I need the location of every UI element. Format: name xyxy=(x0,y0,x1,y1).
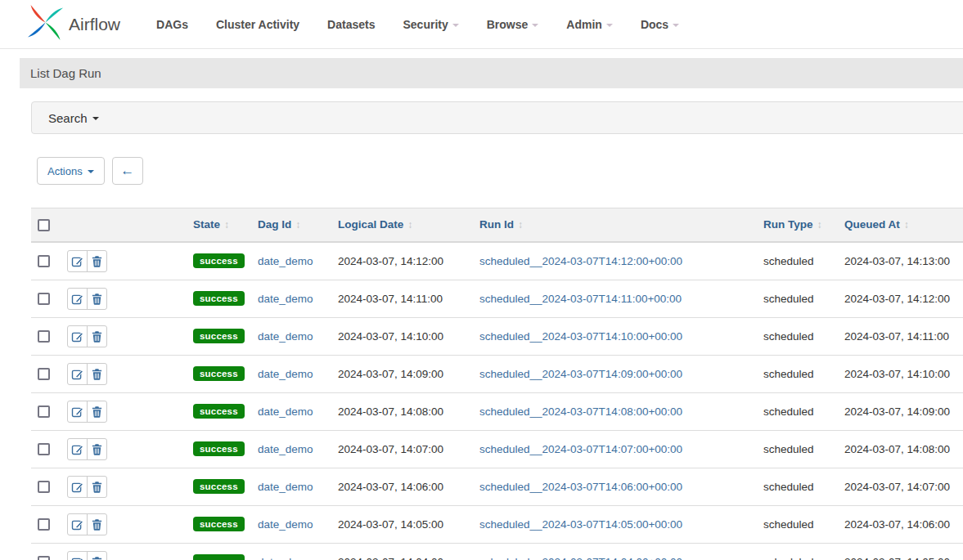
dag-id-link[interactable]: date_demo xyxy=(258,330,313,343)
dag-id-link[interactable]: date_demo xyxy=(258,481,313,493)
run-id-cell: scheduled__2024-03-07T14:08:00+00:00 xyxy=(473,392,757,430)
edit-record-button[interactable] xyxy=(68,477,87,497)
column-header-run-type[interactable]: Run Type↕ xyxy=(757,208,838,242)
nav-item-dags[interactable]: DAGs xyxy=(156,18,188,31)
sort-icon[interactable]: ↕ xyxy=(224,219,229,231)
dag-id-link[interactable]: date_demo xyxy=(258,443,313,455)
run-type-cell: scheduled xyxy=(757,317,838,355)
edit-record-button[interactable] xyxy=(68,552,87,560)
queued-at-cell: 2024-03-07, 14:13:00 xyxy=(838,242,963,280)
row-actions-cell xyxy=(61,505,187,543)
actions-dropdown-button[interactable]: Actions xyxy=(37,157,105,185)
dag-id-cell: date_demo xyxy=(251,242,331,280)
nav-item-security[interactable]: Security xyxy=(403,18,458,31)
run-id-link[interactable]: scheduled__2024-03-07T14:08:00+00:00 xyxy=(479,405,682,418)
edit-record-button[interactable] xyxy=(68,364,87,384)
run-id-link[interactable]: scheduled__2024-03-07T14:05:00+00:00 xyxy=(479,518,682,531)
dag-id-link[interactable]: date_demo xyxy=(258,405,313,418)
actions-column-header xyxy=(61,208,187,242)
search-panel-toggle[interactable]: Search xyxy=(31,101,963,134)
sort-icon[interactable]: ↕ xyxy=(518,219,523,231)
edit-record-button[interactable] xyxy=(68,514,87,535)
row-checkbox[interactable] xyxy=(38,330,50,343)
state-badge: success xyxy=(193,329,245,343)
dag-id-link[interactable]: date_demo xyxy=(258,293,313,305)
run-id-link[interactable]: scheduled__2024-03-07T14:06:00+00:00 xyxy=(479,481,682,493)
edit-pencil-icon xyxy=(71,330,83,343)
delete-record-button[interactable] xyxy=(87,364,106,384)
row-select-cell xyxy=(31,392,61,430)
airflow-brand[interactable]: Airflow xyxy=(27,4,120,44)
delete-record-button[interactable] xyxy=(87,477,106,497)
dag-id-link[interactable]: date_demo xyxy=(258,368,313,380)
sort-icon[interactable]: ↕ xyxy=(407,219,412,231)
dag-id-cell: date_demo xyxy=(251,355,331,392)
run-id-link[interactable]: scheduled__2024-03-07T14:10:00+00:00 xyxy=(479,330,682,343)
nav-item-docs[interactable]: Docs xyxy=(641,18,679,31)
dag-id-cell: date_demo xyxy=(251,543,331,560)
run-id-link[interactable]: scheduled__2024-03-07T14:04:00+00:00 xyxy=(479,556,682,560)
row-checkbox[interactable] xyxy=(38,443,50,455)
row-select-cell xyxy=(31,505,61,543)
edit-pencil-icon xyxy=(71,443,83,455)
select-all-checkbox[interactable] xyxy=(38,219,50,231)
logical-date-cell: 2024-03-07, 14:09:00 xyxy=(331,355,473,392)
table-row: success date_demo 2024-03-07, 14:11:00 s… xyxy=(31,280,963,317)
row-actions-cell xyxy=(61,280,187,317)
nav-item-admin[interactable]: Admin xyxy=(566,18,613,31)
sort-icon[interactable]: ↕ xyxy=(295,219,300,231)
column-header-queued-at[interactable]: Queued At↕ xyxy=(838,208,963,242)
column-header-run-id[interactable]: Run Id↕ xyxy=(473,208,757,242)
nav-item-cluster-activity[interactable]: Cluster Activity xyxy=(216,18,299,31)
edit-record-button[interactable] xyxy=(68,401,87,422)
run-type-cell: scheduled xyxy=(757,430,838,468)
edit-pencil-icon xyxy=(71,405,83,418)
table-row: success date_demo 2024-03-07, 14:12:00 s… xyxy=(31,242,963,280)
delete-record-button[interactable] xyxy=(87,439,106,459)
dag-id-cell: date_demo xyxy=(251,505,331,543)
dag-id-link[interactable]: date_demo xyxy=(258,518,313,531)
run-id-link[interactable]: scheduled__2024-03-07T14:12:00+00:00 xyxy=(479,255,682,267)
queued-at-cell: 2024-03-07, 14:05:00 xyxy=(838,543,963,560)
row-checkbox[interactable] xyxy=(38,556,50,560)
back-button[interactable]: ← xyxy=(112,157,143,185)
column-header-logical-date[interactable]: Logical Date↕ xyxy=(331,208,473,242)
dag-id-link[interactable]: date_demo xyxy=(258,255,313,267)
row-checkbox[interactable] xyxy=(38,481,50,493)
delete-record-button[interactable] xyxy=(87,251,106,271)
table-row: success date_demo 2024-03-07, 14:06:00 s… xyxy=(31,468,963,505)
table-row: success date_demo 2024-03-07, 14:07:00 s… xyxy=(31,430,963,468)
row-checkbox[interactable] xyxy=(38,293,50,305)
nav-item-datasets[interactable]: Datasets xyxy=(327,18,375,31)
sort-icon[interactable]: ↕ xyxy=(904,219,909,231)
column-header-state[interactable]: State↕ xyxy=(187,208,251,242)
row-checkbox[interactable] xyxy=(38,368,50,380)
edit-record-button[interactable] xyxy=(68,289,87,309)
edit-pencil-icon xyxy=(71,293,83,305)
state-cell: success xyxy=(187,317,251,355)
row-select-cell xyxy=(31,280,61,317)
edit-record-button[interactable] xyxy=(68,326,87,347)
queued-at-cell: 2024-03-07, 14:11:00 xyxy=(838,317,963,355)
trash-icon xyxy=(91,518,103,531)
run-id-link[interactable]: scheduled__2024-03-07T14:11:00+00:00 xyxy=(479,293,682,305)
edit-pencil-icon xyxy=(71,518,83,531)
edit-record-button[interactable] xyxy=(68,439,87,459)
run-id-link[interactable]: scheduled__2024-03-07T14:09:00+00:00 xyxy=(479,368,682,380)
sort-icon[interactable]: ↕ xyxy=(817,219,822,231)
row-checkbox[interactable] xyxy=(38,405,50,418)
row-checkbox[interactable] xyxy=(38,518,50,531)
delete-record-button[interactable] xyxy=(87,514,106,535)
nav-item-browse[interactable]: Browse xyxy=(487,18,539,31)
row-checkbox[interactable] xyxy=(38,255,50,267)
delete-record-button[interactable] xyxy=(87,401,106,422)
edit-record-button[interactable] xyxy=(68,251,87,271)
run-id-link[interactable]: scheduled__2024-03-07T14:07:00+00:00 xyxy=(479,443,682,455)
delete-record-button[interactable] xyxy=(87,552,106,560)
delete-record-button[interactable] xyxy=(87,326,106,347)
state-badge: success xyxy=(193,479,245,494)
dag-id-link[interactable]: date_demo xyxy=(258,556,313,560)
column-header-dag-id[interactable]: Dag Id↕ xyxy=(251,208,331,242)
delete-record-button[interactable] xyxy=(87,289,106,309)
queued-at-cell: 2024-03-07, 14:10:00 xyxy=(838,355,963,392)
